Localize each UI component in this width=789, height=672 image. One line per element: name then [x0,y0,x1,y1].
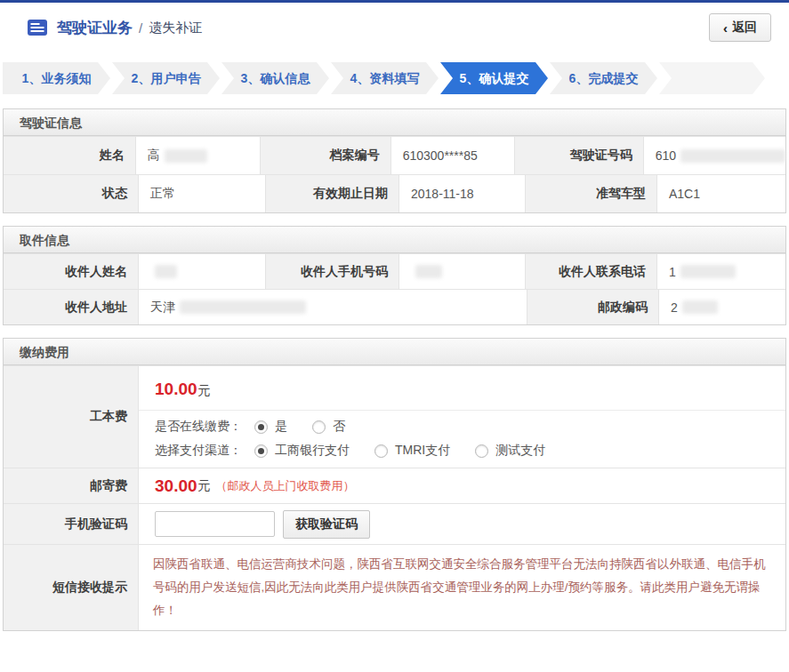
recipient-address-value: 天津 [139,290,527,324]
recipient-phone-value: 1 [657,254,785,289]
sms-notice-row: 短信接收提示 因陕西省联通、电信运营商技术问题，陕西省互联网交通安全综合服务管理… [4,544,785,630]
sms-code-input[interactable] [155,511,275,537]
vehicle-class-value: A1C1 [657,175,785,212]
table-row: 收件人地址 天津 邮政编码 2 [4,289,785,324]
sms-code-field-group: 获取验证码 [139,504,785,544]
get-sms-code-button[interactable]: 获取验证码 [283,510,370,539]
step-wizard-filler [659,62,765,94]
sms-code-label: 手机验证码 [4,504,139,544]
radio-option-icbc[interactable]: 工商银行支付 [254,443,350,459]
radio-test-label: 测试支付 [495,443,545,459]
status-label: 状态 [4,175,139,212]
radio-unchecked-icon[interactable] [312,420,326,434]
step-1-business-notice: 1、业务须知 [3,62,110,94]
status-value: 正常 [139,175,266,212]
radio-unchecked-icon[interactable] [374,444,388,458]
radio-option-no[interactable]: 否 [312,419,345,435]
license-number-label: 驾驶证号码 [515,137,644,174]
chevron-left-icon: ‹ [723,20,728,36]
page-header: 驾驶证业务 / 遗失补证 ‹ 返回 [0,3,789,52]
redacted-address [180,300,306,314]
redacted-recipient-phone [680,265,736,278]
radio-icbc-label: 工商银行支付 [275,443,350,459]
footer-actions: 上一步 完成 [0,644,789,672]
production-fee-label: 工本费 [4,366,139,468]
recipient-name-label: 收件人姓名 [4,254,139,289]
online-payment-question-row: 是否在线缴费： 是 否 [139,411,785,437]
production-fee-value: 10.00元 是否在线缴费： 是 否 选择支付渠道： [139,366,785,468]
step-2-user-declaration: 2、用户申告 [112,62,220,94]
postage-fee-note: （邮政人员上门收取费用） [216,478,355,494]
redacted-recipient-mobile [415,265,442,278]
online-payment-question: 是否在线缴费： [155,419,242,435]
recipient-mobile-value [399,254,526,289]
redacted-postal-code [682,300,718,314]
expiry-date-value: 2018-11-18 [399,175,526,212]
recipient-address-label: 收件人地址 [4,290,139,324]
name-label: 姓名 [4,137,136,174]
radio-option-yes[interactable]: 是 [254,419,287,435]
file-number-value: 610300****85 [391,137,515,174]
postage-fee-row: 邮寄费 30.00元 （邮政人员上门收取费用） [4,468,785,503]
step-3-confirm-info: 3、确认信息 [221,62,329,94]
production-fee-row: 工本费 10.00元 是否在线缴费： 是 否 [4,365,785,468]
vehicle-class-label: 准驾车型 [526,175,657,212]
sms-code-row: 手机验证码 获取验证码 [4,503,785,544]
license-section-title: 驾驶证信息 [4,109,785,136]
radio-yes-label: 是 [275,419,287,435]
step-4-fill-materials: 4、资料填写 [331,62,439,94]
page-title: 驾驶证业务 [57,18,133,38]
radio-option-test[interactable]: 测试支付 [475,443,545,459]
table-row: 状态 正常 有效期止日期 2018-11-18 准驾车型 A1C1 [4,174,785,212]
recipient-mobile-label: 收件人手机号码 [266,254,399,289]
postal-code-value: 2 [659,290,785,324]
radio-no-label: 否 [333,419,345,435]
table-row: 收件人姓名 收件人手机号码 收件人联系电话 1 [4,253,785,289]
license-menu-icon [27,19,48,36]
pickup-section-title: 取件信息 [4,227,785,253]
payment-channel-question: 选择支付渠道： [155,443,242,459]
step-6-finish-submit: 6、完成提交 [550,62,657,94]
step-5-confirm-submit-active: 5、确认提交 [440,62,548,94]
radio-option-tmri[interactable]: TMRI支付 [374,443,450,459]
postage-fee-label: 邮寄费 [4,468,139,503]
sms-notice-cell: 因陕西省联通、电信运营商技术问题，陕西省互联网交通安全综合服务管理平台无法向持陕… [139,545,785,630]
table-row: 姓名 高 档案编号 610300****85 驾驶证号码 610 [4,136,785,174]
breadcrumb-current: 遗失补证 [149,20,202,36]
fees-section: 缴纳费用 工本费 10.00元 是否在线缴费： 是 否 [3,338,786,631]
sms-notice-label: 短信接收提示 [4,545,139,630]
radio-unchecked-icon[interactable] [475,444,488,458]
recipient-phone-label: 收件人联系电话 [526,254,657,289]
license-number-value: 610 [644,137,785,174]
expiry-date-label: 有效期止日期 [266,175,399,212]
redacted-name [165,149,207,163]
recipient-name-value [139,254,266,289]
file-number-label: 档案编号 [261,137,391,174]
payment-channel-row: 选择支付渠道： 工商银行支付 TMRI支付 测试支付 [139,437,785,468]
redacted-recipient-name [155,265,177,278]
back-button[interactable]: ‹ 返回 [709,13,771,42]
radio-tmri-label: TMRI支付 [395,443,450,459]
postage-fee-value: 30.00元 （邮政人员上门收取费用） [139,468,785,503]
license-info-section: 驾驶证信息 姓名 高 档案编号 610300****85 驾驶证号码 610 状… [3,108,786,213]
sms-notice-text: 因陕西省联通、电信运营商技术问题，陕西省互联网交通安全综合服务管理平台无法向持陕… [139,545,785,630]
production-fee-amount: 10.00元 [139,366,785,411]
radio-checked-icon[interactable] [254,444,268,458]
redacted-license-number [680,149,785,163]
name-value: 高 [136,137,261,174]
pickup-info-section: 取件信息 收件人姓名 收件人手机号码 收件人联系电话 1 收件人地址 天津 邮政… [3,226,786,325]
step-wizard: 1、业务须知 2、用户申告 3、确认信息 4、资料填写 5、确认提交 6、完成提… [3,62,786,94]
back-button-label: 返回 [732,20,757,36]
radio-checked-icon[interactable] [254,420,268,434]
breadcrumb-divider: / [139,20,142,36]
fees-section-title: 缴纳费用 [4,339,785,365]
postal-code-label: 邮政编码 [527,290,659,324]
